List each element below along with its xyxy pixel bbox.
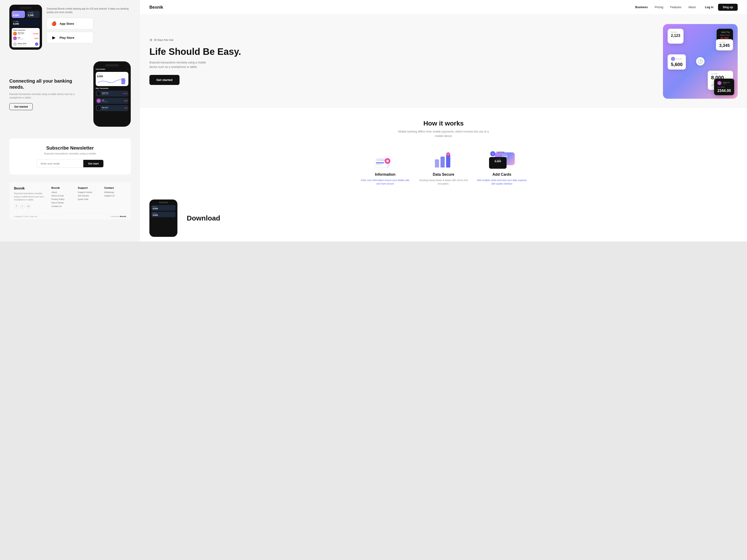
download-notch xyxy=(159,202,168,203)
social-icons: f t in xyxy=(14,204,47,209)
footer-link-carrier[interactable]: Support Carrier xyxy=(78,191,99,193)
login-button[interactable]: Log in xyxy=(703,4,716,10)
right-panel: Besnik Business Pricing Features About L… xyxy=(140,0,747,241)
footer-link-contact[interactable]: Contact Us xyxy=(51,205,73,208)
play-store-button[interactable]: ▶ Play Store xyxy=(47,32,93,44)
nav-actions: Log in Sing up xyxy=(703,4,738,11)
trans-info-lyft: Lyft Debit Card xyxy=(18,37,33,40)
footer-col-contact: Contact WhatsApp Support 24 xyxy=(104,186,126,209)
nav-link-about[interactable]: About xyxy=(688,6,696,9)
fg-card-content: •••• 5080 8,000 xyxy=(489,157,507,164)
twitter-icon[interactable]: t xyxy=(20,204,25,209)
hero-cta-button[interactable]: Get started xyxy=(149,75,180,85)
download-card-2: Income 5,600 xyxy=(151,212,176,217)
created-by: Created by Besnik xyxy=(110,215,126,217)
how-features: Information Enter your information ensur… xyxy=(140,145,747,195)
phone-notch xyxy=(20,7,31,9)
may-info-apple: Apple Pay Swipe Card xyxy=(102,92,122,95)
cards-desc: Add multiple cards and track your daily … xyxy=(476,179,527,186)
may-trans-lyft: L Lyft Debit Card +$100 xyxy=(96,98,128,104)
signup-button[interactable]: Sing up xyxy=(718,4,738,11)
transaction-list: Today Transaction U Uber Eats Debit Card… xyxy=(12,28,40,47)
may-info-lyft: Lyft Debit Card xyxy=(102,99,123,102)
svg-rect-0 xyxy=(121,78,125,84)
avatar xyxy=(13,42,17,46)
trans-item-lyft: L Lyft Debit Card -$100 xyxy=(13,36,38,40)
nav-brand: Besnik xyxy=(149,5,635,10)
svg-rect-13 xyxy=(446,155,450,167)
nav-link-business[interactable]: Business xyxy=(635,6,648,9)
left-panel: ↓ 8,000 •••• 3143 3,345 •••• 1021 9,000 … xyxy=(0,0,140,241)
connecting-text: Connecting all your banking needs. finan… xyxy=(9,78,86,110)
feature-data-secure: Data Secure Sending money faster & easie… xyxy=(418,150,469,186)
card-header: Card Details ≡ xyxy=(96,69,128,70)
stat-box-1: ↓ 8,000 xyxy=(12,11,25,18)
feature-information: Information Enter your information ensur… xyxy=(360,150,411,186)
trans-info-uber: Uber Eats Debit Card xyxy=(18,32,32,35)
badge: ✓ xyxy=(35,43,38,46)
fg-card: •••• 5080 8,000 xyxy=(489,157,507,169)
svg-rect-12 xyxy=(440,157,445,167)
svg-rect-10 xyxy=(386,160,389,162)
footer-link-whatsapp[interactable]: WhatsApp xyxy=(104,191,126,193)
feature-add-cards: Balance 5,600 •••• 5080 8,000 + xyxy=(476,150,527,186)
stat-box-3: •••• 1021 9,000 xyxy=(12,19,40,27)
nav-link-features[interactable]: Features xyxy=(670,6,681,9)
newsletter-form: Get start xyxy=(14,160,126,167)
download-card-1: Balance 8,000 xyxy=(151,205,176,211)
facebook-icon[interactable]: f xyxy=(14,204,19,209)
footer-link-24h[interactable]: 24h Service xyxy=(78,195,99,197)
info-desc: Enter your information ensure your detai… xyxy=(360,179,411,186)
info-title: Information xyxy=(360,172,411,177)
app-store-button[interactable]: 🍎 App Store xyxy=(47,18,93,29)
get-started-button-left[interactable]: Get started xyxy=(9,103,33,110)
add-cards-icon-area: Balance 5,600 •••• 5080 8,000 + xyxy=(476,150,527,169)
add-cards-visual: Balance 5,600 •••• 5080 8,000 + xyxy=(489,152,515,169)
copyright: Copyright © 2021 Lobac.net xyxy=(14,215,37,217)
footer-link-terms[interactable]: Terms of Use xyxy=(51,195,73,197)
svg-rect-7 xyxy=(376,162,384,163)
svg-rect-8 xyxy=(376,164,382,165)
user-info: Marika Smith Banking advisor xyxy=(18,43,26,46)
phone-mockup-top: ↓ 8,000 •••• 3143 3,345 •••• 1021 9,000 … xyxy=(9,5,42,50)
download-phone-mockup: Balance 8,000 Income 5,600 xyxy=(149,199,177,237)
play-icon: ▶ xyxy=(51,34,57,41)
footer: Besnik financial transactions remotely u… xyxy=(9,182,131,219)
footer-link-how[interactable]: How It Works xyxy=(51,202,73,204)
add-new-btn[interactable]: + xyxy=(490,151,495,156)
add-new-label: + Add New xyxy=(496,151,505,153)
nav-links: Business Pricing Features About xyxy=(635,6,696,9)
phone-mockup-card: Card Details ≡ Balance 8,000 May Transac… xyxy=(93,61,131,127)
linkedin-icon[interactable]: in xyxy=(26,204,31,209)
may-trans-uber: U Uber Eats Debit Card -$800 xyxy=(96,105,128,111)
hero-left: ✳ 30 Days free trial Life Should Be Easy… xyxy=(149,38,654,85)
lyft-card-icon: L xyxy=(717,81,722,85)
card-3345: •••• 5143 3,345 xyxy=(716,39,733,50)
download-section: Balance 8,000 Income 5,600 Download xyxy=(140,195,747,241)
how-title: How it works xyxy=(149,120,738,127)
lyft2-logo: L xyxy=(97,99,101,103)
footer-link-privacy[interactable]: Privacy Policy xyxy=(51,198,73,201)
hero-section: ✳ 30 Days free trial Life Should Be Easy… xyxy=(140,15,747,108)
footer-columns: Besnik financial transactions remotely u… xyxy=(9,182,131,213)
information-icon-area xyxy=(360,150,411,169)
uber-logo: U xyxy=(13,32,17,35)
hero-desc: financial transactions remotely using a … xyxy=(149,60,215,69)
footer-link-quickchat[interactable]: Quick Chat xyxy=(78,198,99,201)
hero-text-area: Download Besnik mobile banking app for i… xyxy=(47,5,131,46)
apple-icon: 🍎 xyxy=(51,20,57,27)
get-start-button[interactable]: Get start xyxy=(83,160,103,167)
footer-link-support24[interactable]: Support 24 xyxy=(104,195,126,197)
cards-title: Add Cards xyxy=(476,172,527,177)
email-input[interactable] xyxy=(37,160,83,167)
nav-link-pricing[interactable]: Pricing xyxy=(655,6,664,9)
stat-row-2: •••• 1021 9,000 xyxy=(12,19,40,27)
hero-title: Life Should Be Easy. xyxy=(149,46,654,57)
phone-top-area: ↓ 8,000 •••• 3143 3,345 •••• 1021 9,000 … xyxy=(9,5,131,50)
footer-link-about[interactable]: About xyxy=(51,191,73,193)
phone-notch-2 xyxy=(105,64,119,66)
may-trans-apple: Apple Pay Swipe Card -$1,000 xyxy=(96,90,128,97)
data-secure-svg-icon xyxy=(433,152,454,169)
footer-col-besnik: Besnik About Terms of Use Privacy Policy… xyxy=(51,186,73,209)
svg-rect-11 xyxy=(435,159,439,167)
